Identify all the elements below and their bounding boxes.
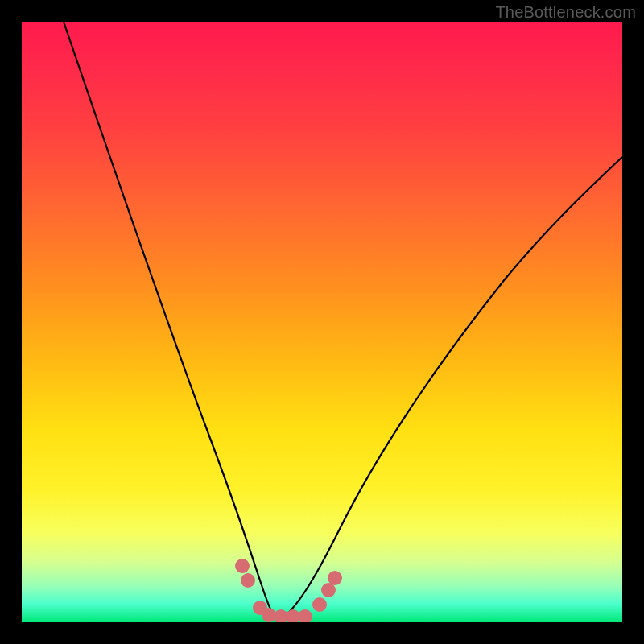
left-curve	[64, 22, 278, 622]
marker-dot	[298, 609, 312, 622]
watermark-text: TheBottleneck.com	[495, 3, 636, 22]
outer-frame: TheBottleneck.com	[0, 0, 644, 644]
marker-dot	[328, 571, 342, 585]
marker-dot	[241, 573, 255, 588]
curve-group	[64, 22, 622, 622]
marker-dot	[312, 597, 327, 612]
chart-svg	[22, 22, 622, 622]
marker-dot	[235, 559, 250, 573]
right-curve	[278, 157, 622, 622]
marker-group	[235, 559, 342, 622]
